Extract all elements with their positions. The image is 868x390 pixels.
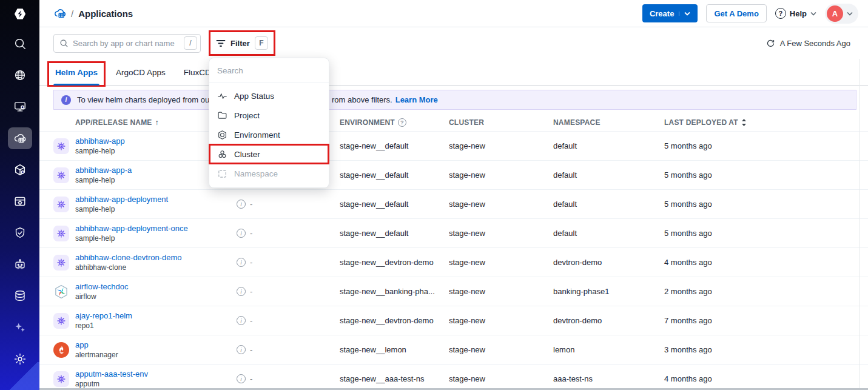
get-a-demo-button[interactable]: Get A Demo xyxy=(706,4,766,22)
table-row[interactable]: abhibhaw-app-asample-helpi-stage-new__de… xyxy=(39,161,868,190)
last-deployed-cell: 5 months ago xyxy=(664,229,868,238)
sidebar-item-bot-assistant[interactable] xyxy=(0,249,39,280)
search-input[interactable] xyxy=(73,39,180,48)
last-deployed-cell: 5 months ago xyxy=(664,141,868,150)
sidebar xyxy=(0,0,39,390)
sidebar-item-resource-browser[interactable] xyxy=(0,91,39,123)
filter-option-environment[interactable]: Environment xyxy=(209,125,329,144)
filter-option-label: Namespace xyxy=(234,169,278,178)
tab-argocd-apps[interactable]: ArgoCD Apps xyxy=(114,68,167,85)
sidebar-item-chart-store[interactable] xyxy=(0,154,39,186)
environment-cell: stage-new__lemon xyxy=(340,345,449,354)
cloud-apps-icon xyxy=(13,132,27,145)
table-row[interactable]: ajay-repo1-helmrepo1i-stage-new__devtron… xyxy=(39,306,868,335)
refresh-icon xyxy=(766,39,775,48)
scroll-track[interactable] xyxy=(859,59,860,388)
sidebar-item-stacks[interactable] xyxy=(0,280,39,312)
sidebar-item-applications[interactable] xyxy=(0,123,39,154)
monitor-gear-icon xyxy=(13,100,27,113)
filter-dropdown-search[interactable] xyxy=(209,58,329,83)
info-circle-icon[interactable]: i xyxy=(237,374,246,383)
learn-more-link[interactable]: Learn More xyxy=(395,95,438,104)
table-row[interactable]: abhibhaw-app-deploymentsample-helpi-stag… xyxy=(39,190,868,219)
app-type-tabs: Helm AppsArgoCD AppsFluxCD Apps xyxy=(39,59,868,86)
info-circle-icon[interactable]: i xyxy=(237,316,246,325)
sidebar-item-search[interactable] xyxy=(0,28,39,59)
app-name-link[interactable]: ajay-repo1-helm xyxy=(75,311,237,321)
shield-check-icon xyxy=(13,226,27,240)
app-status-cell: i- xyxy=(237,374,340,383)
cluster-cell: stage-new xyxy=(449,374,553,383)
search-icon xyxy=(59,39,69,48)
environment-cell: stage-new__devtron-demo xyxy=(340,258,449,267)
helm-app-icon xyxy=(53,197,69,212)
namespace-cell: devtron-demo xyxy=(553,258,664,267)
helm-app-icon xyxy=(53,371,69,387)
filter-option-app-status[interactable]: App Status xyxy=(209,86,329,106)
applications-scope-icon[interactable] xyxy=(53,7,66,20)
cluster-cell: stage-new xyxy=(449,316,553,325)
help-label: Help xyxy=(790,9,807,18)
robot-icon xyxy=(13,258,27,271)
info-circle-icon[interactable]: i xyxy=(237,229,246,238)
filter-option-cluster[interactable]: Cluster xyxy=(209,144,329,164)
info-circle-icon[interactable]: i xyxy=(237,287,246,296)
namespace-cell: lemon xyxy=(553,345,664,354)
app-status-cell: i- xyxy=(237,200,340,209)
environment-help-icon[interactable]: ? xyxy=(398,118,406,127)
create-button[interactable]: Create xyxy=(642,4,698,22)
table-row[interactable]: abhibhaw-clone-devtron-demoabhibhaw-clon… xyxy=(39,248,868,277)
column-last-deployed[interactable]: LAST DEPLOYED AT xyxy=(664,118,868,127)
filter-button[interactable]: Filter F xyxy=(212,34,272,52)
app-name-link[interactable]: app xyxy=(75,340,237,350)
last-deployed-cell: 5 months ago xyxy=(664,200,868,209)
app-search[interactable]: / xyxy=(53,34,201,53)
info-circle-icon[interactable]: i xyxy=(237,345,246,354)
table-row[interactable]: abhibhaw-app-deployment-oncesample-helpi… xyxy=(39,219,868,248)
app-name-link[interactable]: airflow-techdoc xyxy=(75,281,237,292)
filter-dropdown: App StatusProjectEnvironmentClusterNames… xyxy=(209,58,329,188)
app-name-link[interactable]: abhibhaw-app-deployment xyxy=(75,194,237,204)
info-circle-icon[interactable]: i xyxy=(237,258,246,267)
database-stack-icon xyxy=(13,289,27,303)
devtron-logo[interactable] xyxy=(0,0,39,28)
cluster-cell: stage-new xyxy=(449,141,553,150)
column-namespace: NAMESPACE xyxy=(553,118,664,127)
last-deployed-cell: 4 months ago xyxy=(664,258,868,267)
app-name-link[interactable]: abhibhaw-app-deployment-once xyxy=(75,223,237,234)
sidebar-item-jobs[interactable] xyxy=(0,186,39,217)
filter-search-input[interactable] xyxy=(217,66,321,75)
prometheus-app-icon xyxy=(53,342,69,358)
chart-name: abhibhaw-clone xyxy=(75,263,237,272)
filter-option-project[interactable]: Project xyxy=(209,106,329,125)
sparkles-icon xyxy=(13,321,27,334)
refresh-status[interactable]: A Few Seconds Ago xyxy=(766,39,850,48)
filter-shortcut-key: F xyxy=(255,36,268,50)
sidebar-item-security[interactable] xyxy=(0,217,39,249)
app-status-cell: i- xyxy=(237,258,340,267)
main-area: / Applications Create Get A Demo ? Help … xyxy=(39,0,868,390)
table-row[interactable]: apputm-aaa-test-envapputmi-stage-new__aa… xyxy=(39,365,868,390)
cluster-cell: stage-new xyxy=(449,345,553,354)
sidebar-item-settings[interactable] xyxy=(0,343,39,375)
sidebar-item-global-overview[interactable] xyxy=(0,59,39,91)
filter-options-list: App StatusProjectEnvironmentClusterNames… xyxy=(209,86,329,183)
tab-helm-apps[interactable]: Helm Apps xyxy=(53,68,99,85)
create-button-label: Create xyxy=(650,9,674,18)
filter-option-label: App Status xyxy=(234,92,274,101)
sidebar-item-ai-features[interactable] xyxy=(0,312,39,343)
user-menu[interactable]: A xyxy=(825,4,858,24)
help-menu[interactable]: ? Help xyxy=(775,8,816,19)
namespace-cell: devtron-demo xyxy=(553,316,664,325)
app-status-cell: i- xyxy=(237,287,340,296)
info-circle-icon[interactable]: i xyxy=(237,200,246,209)
table-row[interactable]: appalertmanageri-stage-new__lemonstage-n… xyxy=(39,335,868,365)
breadcrumb-separator: / xyxy=(71,8,73,19)
chart-name: sample-help xyxy=(75,234,237,243)
search-shortcut-key: / xyxy=(184,36,197,50)
table-row[interactable]: airflow-techdocairflowi-stage-new__banki… xyxy=(39,277,868,306)
namespace-cell: default xyxy=(553,200,664,209)
app-name-link[interactable]: apputm-aaa-test-env xyxy=(75,369,237,379)
table-row[interactable]: abhibhaw-appsample-helpi-stage-new__defa… xyxy=(39,132,868,161)
app-name-link[interactable]: abhibhaw-clone-devtron-demo xyxy=(75,252,237,263)
